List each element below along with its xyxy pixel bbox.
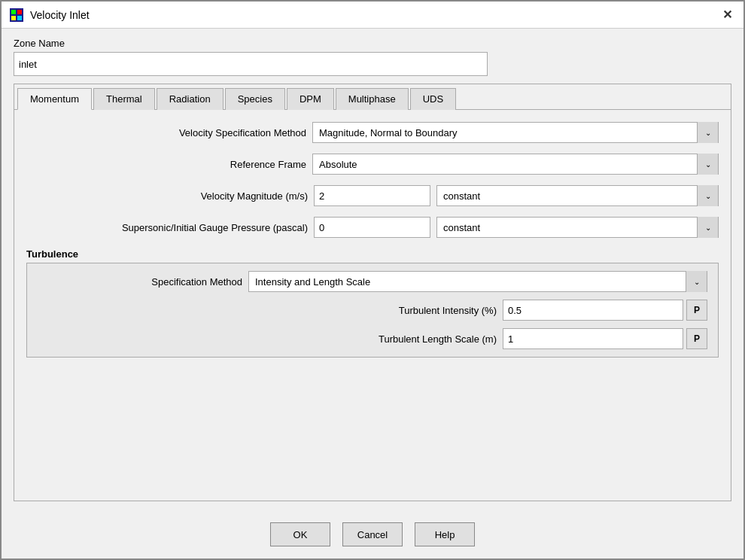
svg-rect-2 <box>17 10 22 14</box>
turb-spec-label: Specification Method <box>151 276 242 288</box>
close-button[interactable]: ✕ <box>718 6 736 24</box>
tabs-header: Momentum Thermal Radiation Species DPM M… <box>14 84 731 110</box>
turb-spec-arrow: ⌄ <box>686 271 707 292</box>
dialog-footer: OK Cancel Help <box>2 510 743 558</box>
turb-spec-value: Intensity and Length Scale <box>249 276 686 288</box>
velocity-spec-value: Magnitude, Normal to Boundary <box>313 127 697 138</box>
velocity-magnitude-controls: constant ⌄ <box>314 185 719 206</box>
velocity-magnitude-input[interactable] <box>314 185 430 206</box>
zone-name-section: Zone Name <box>14 38 731 76</box>
turb-length-label: Turbulent Length Scale (m) <box>379 333 497 345</box>
turbulence-title: Turbulence <box>26 248 719 260</box>
reference-frame-label: Reference Frame <box>230 159 306 170</box>
turbulence-section: Specification Method Intensity and Lengt… <box>26 263 719 358</box>
turb-length-p-button[interactable]: P <box>686 328 707 349</box>
supersonic-method: constant <box>437 222 697 233</box>
turb-spec-row: Specification Method Intensity and Lengt… <box>38 271 707 292</box>
turb-spec-dropdown[interactable]: Intensity and Length Scale ⌄ <box>248 271 707 292</box>
tab-species[interactable]: Species <box>225 88 285 110</box>
title-bar: Velocity Inlet ✕ <box>2 2 743 29</box>
turb-length-row: Turbulent Length Scale (m) P <box>38 328 707 349</box>
zone-name-label: Zone Name <box>14 38 731 49</box>
tab-momentum[interactable]: Momentum <box>17 88 92 110</box>
momentum-tab-content: Velocity Specification Method Magnitude,… <box>14 110 731 501</box>
reference-frame-row: Reference Frame Absolute ⌄ <box>26 154 719 175</box>
velocity-spec-label: Velocity Specification Method <box>179 127 306 138</box>
dialog-title: Velocity Inlet <box>30 9 90 21</box>
turb-intensity-p-button[interactable]: P <box>686 300 707 321</box>
reference-frame-value: Absolute <box>313 159 697 170</box>
tab-multiphase[interactable]: Multiphase <box>336 88 409 110</box>
supersonic-controls: constant ⌄ <box>314 217 719 238</box>
velocity-spec-row: Velocity Specification Method Magnitude,… <box>26 122 719 143</box>
tab-dpm[interactable]: DPM <box>287 88 334 110</box>
supersonic-input[interactable] <box>314 217 430 238</box>
velocity-spec-dropdown[interactable]: Magnitude, Normal to Boundary ⌄ <box>312 122 719 143</box>
velocity-magnitude-method-dropdown[interactable]: constant ⌄ <box>436 185 719 206</box>
velocity-magnitude-label: Velocity Magnitude (m/s) <box>201 190 308 202</box>
svg-rect-3 <box>11 16 16 20</box>
turb-length-input[interactable] <box>503 328 683 349</box>
tab-thermal[interactable]: Thermal <box>93 88 155 110</box>
supersonic-method-arrow: ⌄ <box>697 217 718 238</box>
velocity-magnitude-row: Velocity Magnitude (m/s) constant ⌄ <box>26 185 719 206</box>
supersonic-method-dropdown[interactable]: constant ⌄ <box>436 217 719 238</box>
title-bar-left: Velocity Inlet <box>9 8 90 23</box>
reference-frame-arrow: ⌄ <box>697 154 718 175</box>
turb-intensity-controls: P <box>503 300 707 321</box>
supersonic-label: Supersonic/Initial Gauge Pressure (pasca… <box>122 222 308 233</box>
svg-rect-1 <box>11 10 16 14</box>
zone-name-input[interactable] <box>14 52 488 76</box>
turb-intensity-row: Turbulent Intensity (%) P <box>38 300 707 321</box>
turbulence-section-wrapper: Turbulence Specification Method Intensit… <box>26 248 719 358</box>
tabs-container: Momentum Thermal Radiation Species DPM M… <box>14 84 731 501</box>
velocity-magnitude-method-arrow: ⌄ <box>697 185 718 206</box>
tab-uds[interactable]: UDS <box>410 88 456 110</box>
help-button[interactable]: Help <box>415 522 475 546</box>
supersonic-row: Supersonic/Initial Gauge Pressure (pasca… <box>26 217 719 238</box>
velocity-spec-arrow: ⌄ <box>697 122 718 143</box>
reference-frame-dropdown[interactable]: Absolute ⌄ <box>312 154 719 175</box>
app-icon <box>9 8 24 23</box>
ok-button[interactable]: OK <box>270 522 330 546</box>
velocity-inlet-dialog: Velocity Inlet ✕ Zone Name Momentum Ther… <box>0 0 745 560</box>
cancel-button[interactable]: Cancel <box>342 522 403 546</box>
turb-length-controls: P <box>503 328 707 349</box>
svg-rect-4 <box>17 16 22 20</box>
tab-radiation[interactable]: Radiation <box>157 88 224 110</box>
dialog-body: Zone Name Momentum Thermal Radiation Spe… <box>2 29 743 510</box>
turb-intensity-label: Turbulent Intensity (%) <box>399 305 497 316</box>
turb-intensity-input[interactable] <box>503 300 683 321</box>
velocity-magnitude-method: constant <box>437 190 697 202</box>
